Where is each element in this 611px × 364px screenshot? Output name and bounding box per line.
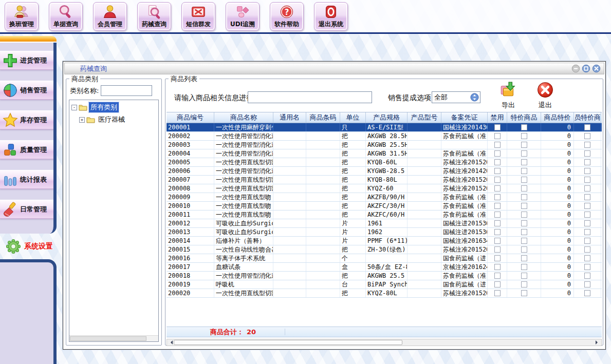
scroll-left-arrow-icon[interactable] — [167, 339, 174, 346]
table-row[interactable]: 200019呼吸机台BiPAP Synchr国食药监械（进0 — [166, 280, 602, 289]
member-special-price-checkbox[interactable] — [584, 238, 590, 244]
table-row[interactable]: 200011一次性使用直线型吻把AKZFC/60/H苏食药监械（准0 — [166, 210, 602, 219]
disabled-checkbox[interactable] — [494, 150, 501, 157]
special-offer-checkbox[interactable] — [521, 185, 527, 191]
table-row[interactable]: 200017血糖试条盒50条/盒 EZ-8京械注准20162400 — [166, 263, 602, 272]
member-special-price-checkbox[interactable] — [584, 159, 590, 165]
toolbar-button-sms-broadcast[interactable]: 短信群发 — [181, 2, 215, 31]
tree-node-label[interactable]: 所有类别 — [89, 102, 119, 112]
commission-option-select[interactable]: 全部 — [432, 91, 480, 103]
member-special-price-checkbox[interactable] — [584, 220, 590, 226]
table-row[interactable]: 200009一次性使用直线型吻把AKZFB/90/H苏食药监械（准0 — [166, 193, 602, 202]
table-row[interactable]: 200013可吸收止血纱Surgice片1962国械注进20153640 — [166, 228, 602, 237]
member-special-price-checkbox[interactable] — [584, 273, 590, 279]
table-row[interactable]: 200004一次性使用管型消化道把AKGWB 31.5H苏食药监械（准0 — [166, 149, 602, 158]
special-offer-checkbox[interactable] — [521, 133, 527, 139]
member-special-price-checkbox[interactable] — [584, 194, 590, 200]
table-row[interactable]: 200002一次性使用管型消化道把AKGWB 28.5H苏食药监械（准0 — [166, 132, 602, 141]
disabled-checkbox[interactable] — [494, 194, 501, 200]
column-header-special-price[interactable]: 商品特价 — [541, 112, 574, 123]
toolbar-button-device-query[interactable]: 药械查询 — [137, 2, 171, 31]
minimize-button[interactable] — [571, 64, 580, 73]
disabled-checkbox[interactable] — [494, 229, 501, 235]
toolbar-button-member-management[interactable]: 会员管理 — [93, 2, 127, 31]
sidebar-item-quality-management[interactable]: 质量管理 — [0, 140, 53, 159]
special-offer-checkbox[interactable] — [521, 177, 527, 183]
special-offer-checkbox[interactable] — [521, 264, 527, 270]
member-special-price-checkbox[interactable] — [584, 177, 590, 183]
member-special-price-checkbox[interactable] — [584, 133, 590, 139]
exit-button[interactable]: 退出 — [532, 81, 558, 110]
table-row[interactable]: 200005一次性使用直线型切割把KYQB-60L苏械注准20152080 — [166, 158, 602, 167]
column-header-special-offer[interactable]: 特价商品 — [507, 112, 541, 123]
toolbar-button-udi-trace[interactable]: UDI追溯 — [226, 2, 260, 31]
disabled-checkbox[interactable] — [494, 255, 501, 261]
table-row[interactable]: 200007一次性使用直线型切割把KYQB-80L苏械注准20152080 — [166, 176, 602, 184]
special-offer-checkbox[interactable] — [521, 273, 527, 279]
column-header-product-code[interactable]: 商品编号 — [166, 112, 214, 123]
maximize-button[interactable] — [582, 64, 590, 73]
sidebar-item-inventory-management[interactable]: 库存管理 — [0, 110, 53, 129]
table-row[interactable]: 200018一次性使用管型消化道把AKGWB 25.5苏食药监械（准0 — [166, 272, 602, 280]
tree-expander-icon[interactable]: - — [71, 105, 77, 110]
sidebar-item-daily-management[interactable]: 日常管理 — [0, 200, 53, 219]
member-special-price-checkbox[interactable] — [584, 229, 590, 235]
disabled-checkbox[interactable] — [494, 264, 501, 270]
sidebar-item-purchase-management[interactable]: 进货管理 — [0, 51, 53, 70]
disabled-checkbox[interactable] — [494, 238, 501, 244]
disabled-checkbox[interactable] — [494, 168, 501, 174]
column-header-record-cert[interactable]: 备案凭证 — [441, 112, 488, 123]
sidebar-item-system-settings[interactable]: 系统设置 — [0, 234, 57, 259]
member-special-price-checkbox[interactable] — [584, 246, 590, 253]
table-row[interactable]: 200003一次性使用管型消化道把AKGWB 25.5H0 — [166, 141, 602, 149]
member-special-price-checkbox[interactable] — [584, 203, 590, 209]
special-offer-checkbox[interactable] — [521, 229, 527, 235]
disabled-checkbox[interactable] — [494, 220, 501, 226]
column-header-generic-name[interactable]: 通用名 — [273, 112, 306, 123]
table-row[interactable]: 200008一次性使用直线型切割把KYQZ-60苏械注准20152080 — [166, 184, 602, 193]
special-offer-checkbox[interactable] — [521, 255, 527, 261]
member-special-price-checkbox[interactable] — [584, 281, 590, 288]
member-special-price-checkbox[interactable] — [584, 290, 590, 296]
tree-expander-icon[interactable]: + — [79, 117, 85, 123]
window-titlebar[interactable]: 药械查询 — [64, 63, 604, 74]
special-offer-checkbox[interactable] — [521, 124, 527, 130]
disabled-checkbox[interactable] — [494, 273, 501, 279]
special-offer-checkbox[interactable] — [521, 212, 527, 218]
disabled-checkbox[interactable] — [494, 142, 501, 148]
table-row[interactable]: 200001一次性使用麻醉穿刺包只AS-E/SII型国械注准20143660 — [166, 123, 602, 132]
product-search-input[interactable] — [248, 91, 372, 103]
column-header-barcode[interactable]: 商品条码 — [306, 112, 340, 123]
table-horizontal-scrollbar[interactable] — [166, 339, 602, 346]
toolbar-button-software-help[interactable]: ?软件帮助 — [270, 2, 304, 31]
disabled-checkbox[interactable] — [494, 212, 501, 218]
special-offer-checkbox[interactable] — [521, 168, 527, 174]
member-special-price-checkbox[interactable] — [584, 264, 590, 270]
sidebar-item-sales-management[interactable]: 销售管理 — [0, 81, 53, 100]
disabled-checkbox[interactable] — [494, 203, 501, 209]
special-offer-checkbox[interactable] — [521, 203, 527, 209]
disabled-checkbox[interactable] — [494, 281, 501, 288]
table-row[interactable]: 200012可吸收止血纱Surgice片1961国械注进20153640 — [166, 219, 602, 228]
scroll-right-arrow-icon[interactable] — [594, 339, 601, 346]
tree-node[interactable]: -所有类别 — [69, 102, 158, 112]
member-special-price-checkbox[interactable] — [584, 124, 590, 130]
column-header-member-special-price[interactable]: 会员特价商品 — [574, 112, 601, 123]
column-header-disabled[interactable]: 禁用 — [488, 112, 507, 123]
tree-scrollbar-thumb[interactable] — [70, 336, 146, 341]
toolbar-button-shift-management[interactable]: 换班管理 — [5, 2, 39, 31]
column-header-unit[interactable]: 单位 — [340, 112, 366, 123]
special-offer-checkbox[interactable] — [521, 159, 527, 165]
column-header-spec[interactable]: 产品规格 — [366, 112, 408, 123]
special-offer-checkbox[interactable] — [521, 220, 527, 226]
category-name-input[interactable] — [101, 85, 152, 96]
table-row[interactable]: 200020一次性使用直线型切割把KYQZ-80L苏械注准20152080 — [166, 289, 602, 298]
special-offer-checkbox[interactable] — [521, 194, 527, 200]
export-button[interactable]: 导出 — [494, 81, 522, 110]
member-special-price-checkbox[interactable] — [584, 185, 590, 191]
close-button[interactable] — [592, 64, 601, 73]
table-row[interactable]: 200014疝修补片（善释）片PPMF (6*11)国械注准20163460 — [166, 237, 602, 245]
column-header-product-name[interactable]: 商品名称 — [214, 112, 273, 123]
table-row[interactable]: 200015一次性自动线性吻合器把ZH-30(绿色)苏械注准20152080 — [166, 245, 602, 254]
disabled-checkbox[interactable] — [494, 246, 501, 253]
